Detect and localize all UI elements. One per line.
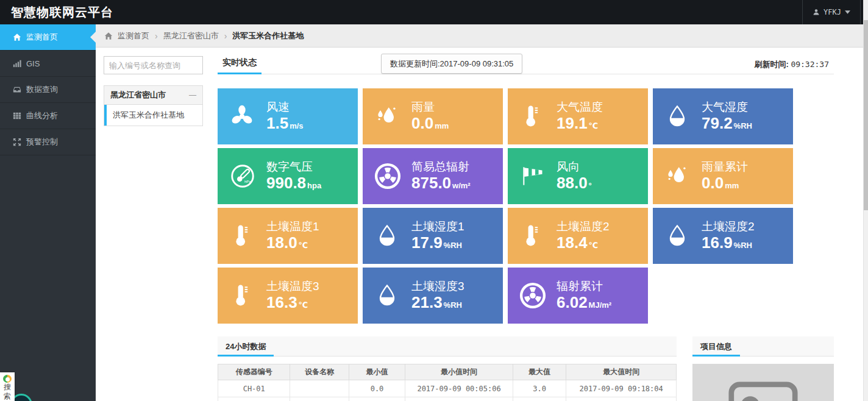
- metric-card-air-temperature: 大气温度 19.1℃: [508, 88, 648, 144]
- metric-card-pressure: hPa 数字气压 990.8hpa: [218, 148, 358, 204]
- metric-cards-grid: 风速 1.5m/s 雨量 0.0mm 大气温度 19.1℃ 大气湿度 79.2%…: [218, 88, 808, 324]
- card-label: 简易总辐射: [411, 160, 471, 174]
- metric-card-soil-temp-2: 土壤温度2 18.4℃: [508, 208, 648, 264]
- sidebar-item-label: 曲线分析: [26, 110, 58, 121]
- user-name: YFKJ: [824, 8, 841, 16]
- table-cell: 3.0: [513, 380, 566, 397]
- history-table: 传感器编号设备名称最小值最小值时间最大值最大值时间 CH-010.02017-0…: [218, 364, 677, 401]
- table-cell: 2017-09-09 09:18:04: [566, 380, 677, 397]
- card-label: 土壤湿度2: [702, 219, 755, 234]
- table-body: CH-010.02017-09-09 00:05:063.02017-09-09…: [218, 380, 677, 401]
- project-panel-header: 项目信息: [692, 336, 834, 357]
- page-scrollbar[interactable]: [863, 0, 868, 401]
- card-value: 21.3: [411, 293, 443, 311]
- breadcrumb-separator: ›: [155, 31, 158, 41]
- sidebar-item-label: 预警控制: [26, 137, 58, 147]
- card-label: 大气温度: [557, 100, 603, 115]
- card-label: 土壤温度1: [266, 219, 319, 234]
- metric-card-air-humidity: 大气湿度 79.2%RH: [653, 88, 793, 144]
- thermometer-icon: [229, 222, 266, 249]
- card-unit: m/s: [290, 121, 303, 130]
- user-icon: [813, 9, 820, 16]
- sidebar-item-gis[interactable]: GIS: [0, 51, 96, 77]
- card-value: 17.9: [411, 233, 443, 252]
- table-header-row: 传感器编号设备名称最小值最小值时间最大值最大值时间: [218, 364, 677, 380]
- barometer-icon: hPa: [229, 162, 266, 190]
- sidebar-item-alert-control[interactable]: 预警控制: [0, 129, 96, 155]
- droplet-icon: [664, 222, 702, 249]
- history-table-wrap: 传感器编号设备名称最小值最小值时间最大值最大值时间 CH-010.02017-0…: [218, 364, 677, 401]
- card-value: 990.8: [266, 174, 306, 192]
- status-tab-bar: 实时状态 数据更新时间:2017-09-09 09:31:05 刷新时间: 09…: [218, 54, 834, 74]
- user-menu[interactable]: YFKJ: [802, 0, 861, 24]
- breadcrumb-item[interactable]: 黑龙江省密山市: [163, 30, 219, 41]
- search-input[interactable]: [104, 56, 203, 74]
- table-cell: [290, 380, 349, 397]
- card-value: 79.2: [702, 114, 733, 132]
- card-unit: ℃: [589, 241, 599, 250]
- metric-card-wind-direction: 风向 88.0°: [508, 148, 648, 204]
- main-area: 监测首页›黑龙江省密山市›洪军玉米合作社基地 黑龙江省密山市 — 洪军玉米合作社…: [96, 24, 863, 401]
- table-cell: 0.0: [349, 380, 405, 397]
- breadcrumb: 监测首页›黑龙江省密山市›洪军玉米合作社基地: [96, 24, 863, 48]
- droplet-icon: [664, 103, 702, 130]
- card-label: 风向: [557, 160, 592, 174]
- sidebar-item-label: 数据查询: [26, 84, 58, 95]
- card-value: 18.4: [557, 233, 588, 252]
- home-icon: [104, 32, 113, 40]
- thermometer-icon: [519, 103, 557, 130]
- card-unit: °: [589, 181, 592, 190]
- grid-icon: [9, 112, 25, 120]
- rain-icon: [664, 163, 702, 190]
- card-label: 土壤湿度1: [411, 219, 464, 234]
- card-unit: ℃: [299, 300, 308, 310]
- collapse-minus-icon[interactable]: —: [189, 91, 196, 99]
- card-value: 16.9: [702, 233, 733, 252]
- project-image-placeholder: [692, 364, 834, 401]
- table-header-cell: 传感器编号: [218, 364, 290, 380]
- device-tree-panel: 黑龙江省密山市 — 洪军玉米合作社基地: [104, 56, 203, 126]
- tab-project-info[interactable]: 项目信息: [692, 336, 740, 357]
- rain-icon: [374, 103, 411, 130]
- refresh-time-label: 刷新时间:: [754, 60, 788, 69]
- droplet-icon: [374, 222, 411, 249]
- workspace: 黑龙江省密山市 — 洪军玉米合作社基地 实时状态 数据更新时间:2017-09-…: [96, 48, 863, 401]
- bottom-panels: 24小时数据 传感器编号设备名称最小值最小值时间最大值最大值时间 CH-010.…: [218, 336, 834, 401]
- metric-card-rainfall: 雨量 0.0mm: [363, 88, 503, 144]
- tree-group-header[interactable]: 黑龙江省密山市 —: [104, 86, 202, 105]
- metric-card-rainfall-total: 雨量累计 0.0mm: [653, 148, 793, 204]
- tab-24h-data[interactable]: 24小时数据: [218, 336, 274, 357]
- breadcrumb-item[interactable]: 监测首页: [118, 30, 149, 41]
- card-unit: %RH: [444, 300, 462, 310]
- scrollbar-thumb[interactable]: [864, 20, 868, 210]
- history-panel: 24小时数据 传感器编号设备名称最小值最小值时间最大值最大值时间 CH-010.…: [218, 336, 677, 401]
- tree-group-label: 黑龙江省密山市: [110, 90, 166, 101]
- signal-icon: [9, 59, 25, 68]
- top-header-bar: 智慧物联网云平台 YFKJ: [0, 0, 868, 24]
- table-header-cell: 最小值时间: [405, 364, 513, 380]
- card-value: 6.02: [557, 293, 588, 311]
- sidebar-item-data-query[interactable]: 数据查询: [0, 77, 96, 103]
- search-float-widget[interactable]: 搜 索: [0, 372, 15, 401]
- table-header-cell: 设备名称: [290, 364, 349, 380]
- sidebar-item-monitor-home[interactable]: 监测首页: [0, 24, 96, 51]
- card-value: 0.0: [702, 174, 724, 192]
- svg-text:hPa: hPa: [244, 180, 252, 184]
- radiation-icon: [519, 282, 557, 310]
- breadcrumb-items: 监测首页›黑龙江省密山市›洪军玉米合作社基地: [118, 30, 304, 41]
- inbox-icon: [9, 85, 25, 94]
- card-label: 雨量: [411, 100, 449, 115]
- card-value: 16.3: [266, 293, 297, 311]
- card-value: 875.0: [411, 174, 451, 192]
- card-unit: mm: [725, 181, 739, 190]
- refresh-time: 刷新时间: 09:32:37: [754, 59, 829, 70]
- table-header-cell: 最大值: [513, 364, 566, 380]
- sidebar-item-curve-analysis[interactable]: 曲线分析: [0, 103, 96, 129]
- tree-node-base[interactable]: 洪军玉米合作社基地: [104, 105, 202, 126]
- card-label: 土壤温度2: [557, 219, 610, 234]
- card-label: 辐射累计: [557, 279, 611, 294]
- table-header-cell: 最大值时间: [566, 364, 677, 380]
- breadcrumb-item: 洪军玉米合作社基地: [232, 30, 304, 41]
- tab-realtime-status[interactable]: 实时状态: [218, 54, 261, 74]
- data-update-time-button[interactable]: 数据更新时间:2017-09-09 09:31:05: [381, 54, 522, 74]
